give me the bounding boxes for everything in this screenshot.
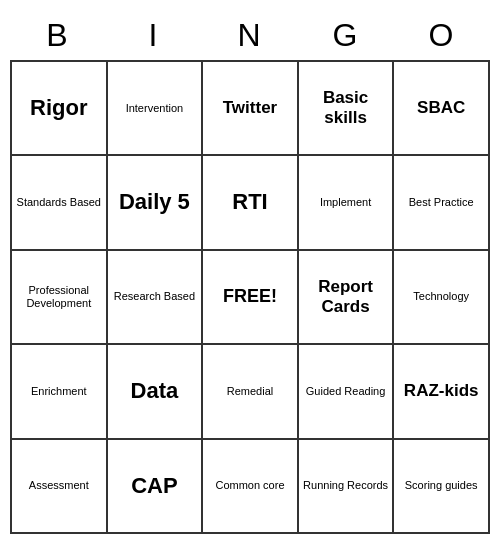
bingo-cell: Running Records xyxy=(299,440,395,534)
bingo-cell: Basic skills xyxy=(299,62,395,156)
bingo-cell: RTI xyxy=(203,156,299,250)
bingo-cell: Data xyxy=(108,345,204,439)
bingo-cell: Standards Based xyxy=(12,156,108,250)
bingo-cell: Rigor xyxy=(12,62,108,156)
bingo-cell: Guided Reading xyxy=(299,345,395,439)
header-letter: B xyxy=(10,10,106,60)
bingo-row: RigorInterventionTwitterBasic skillsSBAC xyxy=(12,62,490,156)
bingo-cell: Common core xyxy=(203,440,299,534)
bingo-cell: FREE! xyxy=(203,251,299,345)
bingo-row: EnrichmentDataRemedialGuided ReadingRAZ-… xyxy=(12,345,490,439)
bingo-cell: Best Practice xyxy=(394,156,490,250)
bingo-grid: RigorInterventionTwitterBasic skillsSBAC… xyxy=(10,60,490,534)
header-letter: N xyxy=(202,10,298,60)
bingo-cell: Professional Development xyxy=(12,251,108,345)
bingo-cell: Enrichment xyxy=(12,345,108,439)
bingo-cell: Research Based xyxy=(108,251,204,345)
bingo-cell: Implement xyxy=(299,156,395,250)
bingo-row: Professional DevelopmentResearch BasedFR… xyxy=(12,251,490,345)
bingo-cell: RAZ-kids xyxy=(394,345,490,439)
header-letter: G xyxy=(298,10,394,60)
bingo-cell: Twitter xyxy=(203,62,299,156)
header-letter: O xyxy=(394,10,490,60)
bingo-cell: Technology xyxy=(394,251,490,345)
bingo-header: BINGO xyxy=(10,10,490,60)
bingo-cell: Scoring guides xyxy=(394,440,490,534)
bingo-cell: CAP xyxy=(108,440,204,534)
bingo-cell: Remedial xyxy=(203,345,299,439)
bingo-card: BINGO RigorInterventionTwitterBasic skil… xyxy=(10,10,490,534)
bingo-row: AssessmentCAPCommon coreRunning RecordsS… xyxy=(12,440,490,534)
bingo-cell: Report Cards xyxy=(299,251,395,345)
bingo-row: Standards BasedDaily 5RTIImplementBest P… xyxy=(12,156,490,250)
bingo-cell: SBAC xyxy=(394,62,490,156)
bingo-cell: Assessment xyxy=(12,440,108,534)
bingo-cell: Intervention xyxy=(108,62,204,156)
header-letter: I xyxy=(106,10,202,60)
bingo-cell: Daily 5 xyxy=(108,156,204,250)
